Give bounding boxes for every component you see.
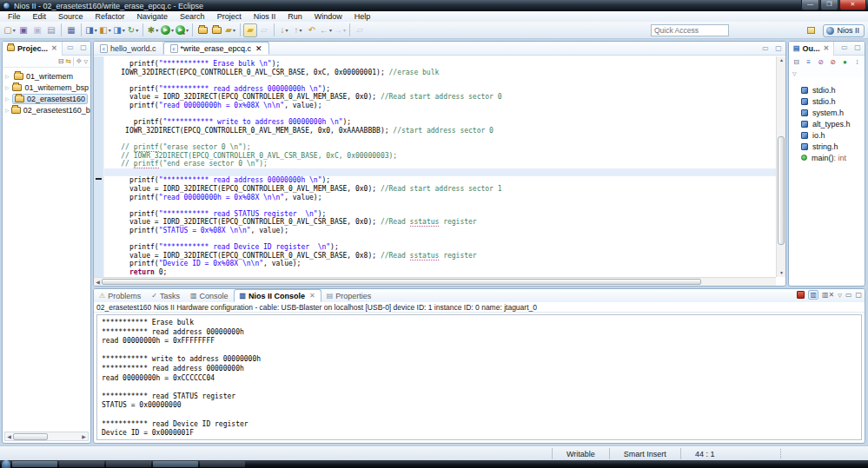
new-button[interactable]: ▢▾ [3,23,17,37]
sidebar-item-02_erasetest160_bs[interactable]: ▷02_erasetest160_bs [3,104,90,115]
external-tools-button[interactable]: ▶●▾ [175,23,189,37]
sort-icon[interactable]: ≡ [804,57,813,67]
maximize-panel-icon[interactable]: ▢ [78,43,89,51]
menu-search[interactable]: Search [174,11,211,22]
close-button[interactable]: ✕ [839,0,866,10]
windows-taskbar[interactable] [0,460,868,468]
maximize-button[interactable]: ❐ [820,0,838,10]
code-line[interactable]: // printf("erase sector 0 \n"); [104,143,776,152]
sidebar-item-01_writemem[interactable]: ▷01_writemem [3,70,90,82]
taskbar-item[interactable] [106,461,151,467]
dropdown-chevron-icon[interactable]: ▾ [95,27,97,33]
print-button[interactable]: ▤ [44,23,58,37]
import-folder-button[interactable] [209,23,223,37]
tab-problems[interactable]: ⚠Problems [94,289,146,302]
minimize-panel-icon[interactable]: ▭ [839,43,850,51]
sidebar-item-02_erasetest160[interactable]: ▷02_erasetest160 [3,93,90,104]
editor-hscrollbar[interactable]: ◀ [94,277,776,286]
dropdown-chevron-icon[interactable]: ▾ [109,27,111,33]
outline-item-system-h[interactable]: system.h [801,107,865,118]
scroll-thumb[interactable] [778,136,785,245]
open-folder-button[interactable] [195,23,209,37]
code-line[interactable]: printf("read 00000000h = 0x%08X \n\n", v… [104,194,776,202]
code-line[interactable] [104,76,776,85]
maximize-panel-icon[interactable]: ▢ [855,291,862,299]
editor-gutter[interactable] [94,56,104,277]
dropdown-chevron-icon[interactable]: ▾ [329,27,332,33]
menu-nios-ii[interactable]: Nios II [248,11,282,22]
scroll-up-icon[interactable]: ▲ [777,56,786,64]
minimize-button[interactable]: — [801,0,819,10]
code-editor[interactable]: printf("*********** Erase bulk \n"); IOW… [104,56,776,277]
hide-fields-icon[interactable]: ⊘ [816,57,825,67]
close-icon[interactable]: ✕ [51,44,57,52]
minimize-panel-icon[interactable]: ▭ [760,44,771,52]
dropdown-chevron-icon[interactable]: ▾ [123,27,125,33]
taskbar-item[interactable] [12,461,57,467]
run-button[interactable]: ▶▾ [160,23,175,37]
outline-item-stdio-h[interactable]: stdio.h [801,84,865,96]
tab-properties[interactable]: ▤Properties [321,289,377,302]
code-line[interactable]: IOWR_32DIRECT(EPCQ_CONTROLLER_0_AVL_CSR_… [104,69,776,77]
menu-edit[interactable]: Edit [27,11,53,22]
menu-navigate[interactable]: Navigate [131,11,175,22]
code-line[interactable]: printf("*********** write to address 000… [104,118,776,127]
outline-item-string-h[interactable]: string.h [801,141,865,152]
code-line[interactable] [104,110,776,119]
dropdown-chevron-icon[interactable]: ▾ [136,27,138,33]
dropdown-chevron-icon[interactable]: ▾ [13,27,16,33]
dropdown-chevron-icon[interactable]: ▾ [156,27,158,33]
dropdown-chevron-icon[interactable]: ▾ [171,27,174,33]
code-line[interactable]: printf("Device ID = 0x%08X \n\n", value)… [104,260,776,268]
hide-static-icon[interactable]: ⊘ [828,57,838,67]
minimize-panel-icon[interactable]: ▭ [65,43,76,51]
menu-help[interactable]: Help [348,11,377,22]
remove-launch-icon[interactable]: ▥✕ [822,291,834,299]
code-line[interactable]: printf("read 00000000h = 0x%08X \n\n", v… [104,102,776,110]
code-line[interactable]: // IOWR_32DIRECT(EPCQ_CONTROLLER_0_AVL_C… [104,152,776,161]
menu-run[interactable]: Run [282,11,308,22]
collapse-all-icon[interactable]: ⊟ [792,57,801,67]
view-menu-icon[interactable]: ⁞ [852,57,862,67]
code-line[interactable]: value = IORD_32DIRECT(EPCQ_CONTROLLER_0_… [104,93,776,102]
scroll-thumb[interactable] [102,279,701,285]
taskbar-item[interactable] [153,461,198,467]
save-all-button[interactable]: ▣ [30,23,44,37]
dropdown-chevron-icon[interactable]: ▾ [300,27,302,33]
editor-vscrollbar[interactable]: ▲ ▼ [776,56,785,277]
scroll-thumb[interactable] [13,433,48,440]
code-line[interactable]: printf("*********** read address 0000000… [104,85,776,94]
debug-button[interactable]: ✱▾ [146,23,160,37]
taskbar-item[interactable] [200,461,245,467]
tab-outline[interactable]: ▤ Ou... ✕ [789,42,834,56]
minimize-panel-icon[interactable]: ▭ [845,291,852,299]
pin-editor-button[interactable]: ▱ [353,23,367,37]
menu-source[interactable]: Source [52,11,89,22]
code-line[interactable] [104,201,776,210]
scroll-down-icon[interactable]: ▼ [777,269,786,277]
close-icon[interactable]: ✕ [255,44,262,53]
new-wizard-button[interactable]: ◧▾ [98,23,112,37]
outline-item-alt-types-h[interactable]: alt_types.h [801,118,865,129]
tab-hello-world-c[interactable]: chello_world.c [94,42,163,55]
outline-item-main-[interactable]: main() : int [801,152,865,163]
code-line[interactable]: printf("*********** read address 0000000… [104,176,776,185]
view-menu-chevron-icon[interactable]: ▽ [838,292,842,298]
code-line[interactable]: IOWR_32DIRECT(EPCQ_CONTROLLER_0_AVL_MEM_… [104,127,776,135]
focus-icon[interactable]: ❖ [76,57,82,65]
code-line[interactable] [104,168,776,177]
menu-project[interactable]: Project [211,11,248,22]
search-flashlight-button[interactable]: ▰▾ [223,23,237,37]
code-line[interactable] [104,234,776,243]
menu-window[interactable]: Window [308,11,348,22]
collapse-all-icon[interactable]: ⊟ [58,57,64,65]
new-source-file-button[interactable]: ◨▾ [112,23,126,37]
link-with-editor-icon[interactable]: ⇆ [66,57,72,65]
menu-refactor[interactable]: Refactor [89,11,131,22]
generate-bsp-button[interactable]: ▦ [64,23,78,37]
open-perspective-button[interactable] [804,24,818,37]
back-button[interactable]: ←▾ [319,23,333,37]
expand-arrow-icon[interactable]: ▷ [5,73,12,79]
project-hscrollbar[interactable]: ◀ ▶ [4,432,89,441]
sidebar-item-01_writemem_bsp[interactable]: ▷01_writemem_bsp [3,82,90,93]
